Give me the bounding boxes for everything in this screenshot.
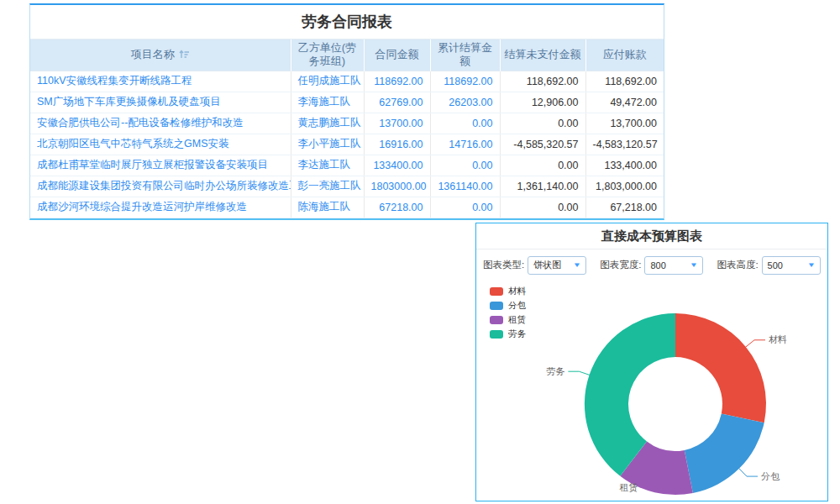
unpaid-amount-value: -4,585,320.57 (500, 134, 585, 155)
table-body: 110kV安徽线程集变开断线路工程任明成施工队118692.00118692.0… (30, 71, 664, 218)
chevron-down-icon: ▼ (573, 261, 581, 269)
table-row: SM广场地下车库更换摄像机及硬盘项目李海施工队62769.0026203.001… (30, 92, 664, 113)
project-name-link[interactable]: 北京朝阳区电气中芯特气系统之GMS安装 (30, 134, 291, 155)
sort-icon[interactable] (179, 50, 190, 59)
label-line-劳务 (568, 371, 590, 375)
payable-value: -4,583,120.57 (585, 134, 664, 155)
chart-height-label: 图表高度: (717, 259, 758, 271)
contract-amount-value[interactable]: 118692.00 (364, 71, 430, 92)
legend-label: 劳务 (508, 328, 526, 340)
labor-contract-report: 劳务合同报表 项目名称乙方单位(劳务班组)合同金额累计结算金额结算未支付金额应付… (29, 3, 664, 220)
legend-label: 租赁 (508, 314, 526, 326)
contractor-link[interactable]: 任明成施工队 (291, 71, 364, 92)
column-header-3: 累计结算金额 (430, 39, 500, 71)
label-line-分包 (738, 468, 758, 476)
contractor-link[interactable]: 黄志鹏施工队 (291, 113, 364, 134)
legend-item-租赁[interactable]: 租赁 (490, 312, 526, 327)
contract-amount-value[interactable]: 67218.00 (364, 197, 430, 218)
chart-body: 材料分包租赁劳务 材料分包租赁劳务 (476, 281, 827, 501)
contractor-link[interactable]: 陈海施工队 (291, 197, 364, 218)
unpaid-amount-value: 0.00 (500, 113, 585, 134)
chart-height-value: 500 (768, 260, 783, 270)
chart-type-value: 饼状图 (533, 259, 561, 271)
chart-height-select[interactable]: 500 ▼ (762, 256, 821, 275)
table-row: 成都沙河环境综合提升改造运河护岸维修改造陈海施工队67218.000.000.0… (30, 197, 664, 218)
chart-width-label: 图表宽度: (600, 259, 641, 271)
unpaid-amount-value: 0.00 (500, 155, 585, 176)
legend-swatch (490, 302, 503, 310)
pie-slice-材料[interactable] (675, 313, 766, 423)
chart-height-control: 图表高度: 500 ▼ (717, 256, 820, 275)
slice-label-租赁: 租赁 (620, 482, 638, 492)
contract-table: 项目名称乙方单位(劳务班组)合同金额累计结算金额结算未支付金额应付账款 110k… (30, 39, 664, 218)
unpaid-amount-value: 12,906.00 (500, 92, 585, 113)
legend-swatch (490, 330, 503, 339)
project-name-link[interactable]: 成都沙河环境综合提升改造运河护岸维修改造 (30, 197, 291, 218)
chevron-down-icon: ▼ (806, 261, 815, 269)
table-row: 北京朝阳区电气中芯特气系统之GMS安装李小平施工队16916.0014716.0… (30, 134, 664, 155)
contract-amount-value[interactable]: 133400.00 (364, 155, 430, 176)
chart-width-control: 图表宽度: 800 ▼ (600, 256, 703, 275)
contract-amount-value[interactable]: 1803000.00 (364, 176, 430, 197)
unpaid-amount-value: 118,692.00 (500, 71, 585, 92)
settled-amount-value[interactable]: 0.00 (430, 155, 500, 176)
table-row: 110kV安徽线程集变开断线路工程任明成施工队118692.00118692.0… (30, 71, 664, 92)
settled-amount-value[interactable]: 118692.00 (430, 71, 500, 92)
column-header-0[interactable]: 项目名称 (30, 39, 291, 71)
column-header-5: 应付账款 (585, 39, 664, 71)
direct-cost-chart-panel: 直接成本预算图表 图表类型: 饼状图 ▼ 图表宽度: 800 ▼ 图表高度: 5… (475, 223, 828, 501)
unpaid-amount-value: 1,361,140.00 (500, 176, 585, 197)
project-name-link[interactable]: 110kV安徽线程集变开断线路工程 (30, 71, 291, 92)
project-name-link[interactable]: 成都能源建设集团投资有限公司临时办公场所装修改造工程EPC (30, 176, 291, 197)
legend-swatch (490, 287, 503, 296)
column-header-4: 结算未支付金额 (500, 39, 585, 71)
unpaid-amount-value: 0.00 (500, 197, 585, 218)
pie-slice-分包[interactable] (685, 414, 764, 494)
contractor-link[interactable]: 李海施工队 (291, 92, 364, 113)
payable-value: 1,803,000.00 (585, 176, 664, 197)
contract-amount-value[interactable]: 62769.00 (364, 92, 430, 113)
table-row: 成都杜甫草堂临时展厅独立展柜报警设备安装项目李达施工队133400.000.00… (30, 155, 664, 176)
settled-amount-value[interactable]: 0.00 (430, 113, 500, 134)
contractor-link[interactable]: 李达施工队 (291, 155, 364, 176)
contractor-link[interactable]: 彭一亮施工队 (291, 176, 364, 197)
payable-value: 118,692.00 (585, 71, 664, 92)
legend-item-劳务[interactable]: 劳务 (490, 327, 526, 341)
chart-width-select[interactable]: 800 ▼ (644, 256, 703, 275)
chart-type-label: 图表类型: (483, 259, 524, 271)
settled-amount-value[interactable]: 26203.00 (430, 92, 500, 113)
slice-label-材料: 材料 (769, 334, 787, 344)
chart-controls: 图表类型: 饼状图 ▼ 图表宽度: 800 ▼ 图表高度: 500 ▼ (476, 249, 827, 281)
payable-value: 13,700.00 (585, 113, 664, 134)
legend-label: 材料 (508, 286, 526, 297)
settled-amount-value[interactable]: 0.00 (430, 197, 500, 218)
payable-value: 133,400.00 (585, 155, 664, 176)
slice-label-劳务: 劳务 (546, 366, 564, 376)
label-line-材料 (745, 340, 765, 348)
chevron-down-icon: ▼ (690, 261, 698, 269)
column-header-1: 乙方单位(劳务班组) (291, 39, 364, 71)
chart-legend: 材料分包租赁劳务 (490, 284, 526, 341)
contractor-link[interactable]: 李小平施工队 (291, 134, 364, 155)
project-name-link[interactable]: 安徽合肥供电公司--配电设备检修维护和改造 (30, 113, 291, 134)
chart-width-value: 800 (650, 260, 665, 270)
column-header-2: 合同金额 (364, 39, 430, 71)
payable-value: 49,472.00 (585, 92, 664, 113)
legend-item-材料[interactable]: 材料 (490, 284, 526, 298)
slice-label-分包: 分包 (761, 471, 780, 481)
contract-amount-value[interactable]: 13700.00 (364, 113, 430, 134)
project-name-link[interactable]: SM广场地下车库更换摄像机及硬盘项目 (30, 92, 291, 113)
table-row: 成都能源建设集团投资有限公司临时办公场所装修改造工程EPC彭一亮施工队18030… (30, 176, 664, 197)
page-title: 劳务合同报表 (30, 5, 664, 39)
legend-item-分包[interactable]: 分包 (490, 298, 526, 312)
table-row: 安徽合肥供电公司--配电设备检修维护和改造黄志鹏施工队13700.000.000… (30, 113, 664, 134)
table-header-row: 项目名称乙方单位(劳务班组)合同金额累计结算金额结算未支付金额应付账款 (30, 39, 664, 71)
settled-amount-value[interactable]: 14716.00 (430, 134, 500, 155)
chart-title: 直接成本预算图表 (476, 223, 827, 249)
project-name-link[interactable]: 成都杜甫草堂临时展厅独立展柜报警设备安装项目 (30, 155, 291, 176)
legend-swatch (490, 316, 503, 324)
settled-amount-value[interactable]: 1361140.00 (430, 176, 500, 197)
chart-type-select[interactable]: 饼状图 ▼ (528, 256, 586, 275)
donut-chart: 材料分包租赁劳务 (476, 281, 827, 501)
contract-amount-value[interactable]: 16916.00 (364, 134, 430, 155)
